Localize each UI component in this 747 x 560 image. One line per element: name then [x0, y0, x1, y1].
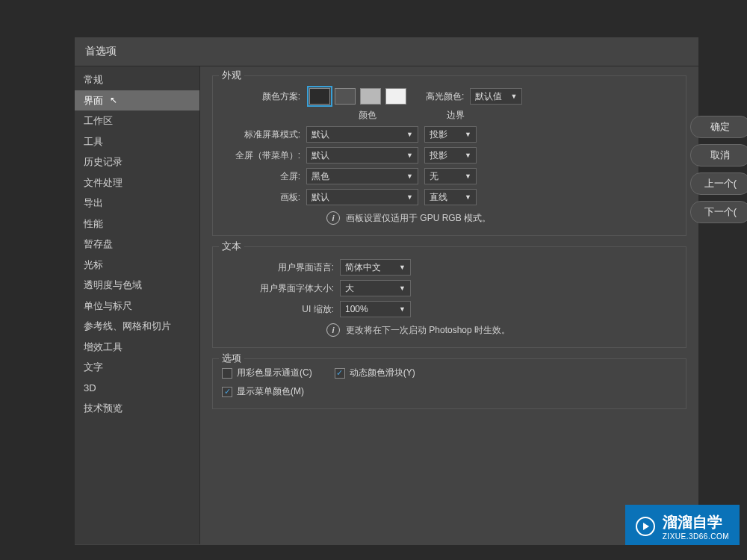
info-icon: i [326, 323, 340, 337]
border-select[interactable]: 无▼ [424, 168, 477, 184]
sidebar-item[interactable]: 参考线、网格和切片 [75, 316, 199, 337]
sidebar-item[interactable]: 文字 [75, 357, 199, 378]
ui-font-select[interactable]: 大 ▼ [340, 280, 411, 296]
mode-label: 标准屏幕模式: [222, 128, 300, 141]
ui-font-value: 大 [345, 282, 354, 295]
sidebar-item[interactable]: 技术预览 [75, 398, 199, 419]
highlight-label: 高光颜色: [426, 90, 464, 103]
appearance-note: 画板设置仅适用于 GPU RGB 模式。 [346, 212, 491, 225]
chevron-down-icon: ▼ [465, 152, 471, 159]
color-select[interactable]: 黑色▼ [306, 168, 418, 184]
ui-language-value: 简体中文 [345, 261, 381, 274]
color-scheme-swatches [309, 88, 406, 105]
chevron-down-icon: ▼ [465, 193, 471, 201]
sidebar-item[interactable]: 透明度与色域 [75, 275, 199, 296]
sidebar-item[interactable]: 3D [75, 378, 199, 399]
select-value: 默认 [311, 128, 329, 141]
sidebar-item[interactable]: 文件处理 [75, 172, 199, 193]
color-scheme-label: 颜色方案: [222, 90, 300, 103]
swatch-light[interactable] [360, 88, 381, 105]
appearance-group: 外观 颜色方案: 高光颜色: 默认值 ▼ [212, 75, 686, 236]
watermark-url: ZIXUE.3D66.COM [663, 532, 729, 541]
next-button[interactable]: 下一个( [690, 201, 747, 223]
color-scheme-row: 颜色方案: 高光颜色: 默认值 ▼ [222, 88, 677, 105]
screen-mode-row: 标准屏幕模式:默认▼投影▼ [222, 126, 677, 143]
select-value: 投影 [430, 149, 447, 162]
color-select[interactable]: 默认▼ [306, 189, 418, 205]
ui-scale-select[interactable]: 100% ▼ [340, 301, 411, 317]
sidebar-item[interactable]: 暂存盘 [75, 234, 199, 255]
chevron-down-icon: ▼ [510, 93, 517, 100]
chevron-down-icon: ▼ [406, 131, 413, 138]
mode-label: 画板: [222, 191, 300, 204]
color-channels-checkbox[interactable]: 用彩色显示通道(C) [222, 367, 312, 379]
chevron-down-icon: ▼ [399, 264, 406, 271]
sidebar-item[interactable]: 历史记录 [75, 152, 199, 172]
highlight-select[interactable]: 默认值 ▼ [470, 88, 522, 105]
watermark: 溜溜自学 ZIXUE.3D66.COM [625, 505, 740, 545]
ui-language-label: 用户界面语言: [222, 261, 334, 274]
mode-label: 全屏（带菜单）: [222, 149, 300, 162]
prev-button[interactable]: 上一个( [690, 172, 747, 195]
checkbox-icon [222, 387, 232, 397]
dialog-buttons: 确定 取消 上一个( 下一个( [690, 116, 747, 223]
text-group: 文本 用户界面语言: 简体中文 ▼ 用户界面字体大小: 大 ▼ [212, 246, 686, 348]
ui-font-label: 用户界面字体大小: [222, 282, 334, 295]
play-icon [636, 517, 655, 536]
appearance-note-row: i 画板设置仅适用于 GPU RGB 模式。 [326, 211, 677, 225]
sidebar-item[interactable]: 工作区 [75, 111, 199, 131]
sidebar-item[interactable]: 工具 [75, 131, 199, 152]
chevron-down-icon: ▼ [465, 172, 471, 180]
color-channels-label: 用彩色显示通道(C) [237, 367, 312, 379]
cancel-button[interactable]: 取消 [690, 144, 747, 167]
text-note-row: i 更改将在下一次启动 Photoshop 时生效。 [326, 323, 677, 337]
watermark-brand: 溜溜自学 [663, 514, 722, 530]
chevron-down-icon: ▼ [406, 193, 413, 201]
ui-scale-row: UI 缩放: 100% ▼ [222, 301, 677, 317]
ok-button[interactable]: 确定 [690, 116, 747, 138]
chevron-down-icon: ▼ [465, 131, 471, 138]
preferences-window: 首选项 常规界面↖工作区工具历史记录文件处理导出性能暂存盘光标透明度与色域单位与… [75, 37, 698, 545]
sidebar-item[interactable]: 界面↖ [75, 90, 199, 111]
show-menu-colors-checkbox[interactable]: 显示菜单颜色(M) [222, 385, 304, 398]
ui-scale-label: UI 缩放: [222, 303, 334, 316]
sidebar-item[interactable]: 增效工具 [75, 337, 199, 358]
screen-mode-row: 画板:默认▼直线▼ [222, 189, 677, 205]
sidebar-item[interactable]: 性能 [75, 214, 199, 234]
select-value: 投影 [430, 128, 447, 141]
mode-label: 全屏: [222, 170, 300, 183]
chevron-down-icon: ▼ [406, 172, 413, 180]
select-value: 无 [430, 170, 438, 183]
col-color: 颜色 [311, 109, 424, 122]
color-select[interactable]: 默认▼ [306, 126, 418, 143]
text-note: 更改将在下一次启动 Photoshop 时生效。 [346, 324, 510, 337]
sidebar-item[interactable]: 光标 [75, 255, 199, 276]
ui-scale-value: 100% [345, 304, 368, 314]
screen-mode-row: 全屏（带菜单）:默认▼投影▼ [222, 147, 677, 164]
sidebar-item[interactable]: 常规 [75, 69, 199, 90]
border-select[interactable]: 投影▼ [424, 147, 477, 164]
select-value: 默认 [311, 191, 329, 204]
text-title: 文本 [219, 240, 244, 253]
border-select[interactable]: 直线▼ [424, 189, 477, 205]
swatch-white[interactable] [385, 88, 406, 105]
select-value: 直线 [430, 191, 447, 204]
swatch-dark[interactable] [309, 88, 330, 105]
chevron-down-icon: ▼ [406, 152, 413, 159]
color-select[interactable]: 默认▼ [306, 147, 418, 164]
ui-language-select[interactable]: 简体中文 ▼ [340, 259, 411, 276]
body: 常规界面↖工作区工具历史记录文件处理导出性能暂存盘光标透明度与色域单位与标尺参考… [75, 66, 698, 544]
border-select[interactable]: 投影▼ [424, 126, 477, 143]
chevron-down-icon: ▼ [399, 284, 406, 292]
info-icon: i [326, 211, 340, 225]
sidebar-item[interactable]: 导出 [75, 193, 199, 214]
window-title: 首选项 [75, 37, 698, 66]
options-title: 选项 [219, 352, 244, 365]
select-value: 默认 [311, 149, 329, 162]
sidebar: 常规界面↖工作区工具历史记录文件处理导出性能暂存盘光标透明度与色域单位与标尺参考… [75, 66, 200, 544]
select-value: 黑色 [311, 170, 329, 183]
main-panel: 外观 颜色方案: 高光颜色: 默认值 ▼ [200, 66, 698, 544]
dynamic-sliders-checkbox[interactable]: 动态颜色滑块(Y) [335, 367, 415, 379]
sidebar-item[interactable]: 单位与标尺 [75, 296, 199, 317]
swatch-mid[interactable] [335, 88, 356, 105]
